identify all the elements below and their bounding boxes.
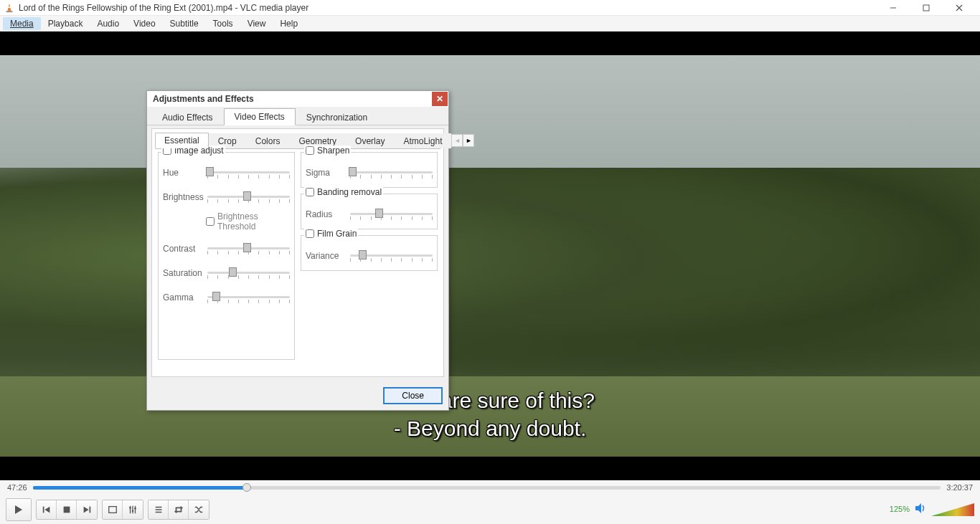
speaker-icon[interactable]: [914, 502, 927, 518]
sharpen-checkbox[interactable]: Sharpen: [304, 146, 351, 156]
loop-button[interactable]: [169, 500, 189, 519]
slider-brightness-slider[interactable]: [207, 190, 290, 204]
slider-contrast-row: Contrast: [163, 242, 290, 256]
dialog-titlebar[interactable]: Adjustments and Effects ✕: [147, 91, 448, 107]
volume-area: 125%: [890, 502, 974, 518]
slider-brightness-label: Brightness: [163, 192, 203, 202]
time-total[interactable]: 3:20:37: [946, 483, 973, 492]
svg-point-17: [129, 507, 131, 509]
svg-marker-23: [915, 503, 921, 513]
svg-marker-24: [931, 503, 974, 516]
svg-rect-4: [923, 5, 929, 11]
time-elapsed[interactable]: 47:26: [7, 483, 27, 492]
svg-marker-9: [44, 506, 50, 513]
menu-video[interactable]: Video: [126, 17, 162, 30]
menu-subtitle[interactable]: Subtitle: [163, 17, 206, 30]
video-area[interactable]: - You are sure of this? - Beyond any dou…: [0, 32, 980, 480]
subtab-colors[interactable]: Colors: [246, 133, 290, 148]
menu-playback[interactable]: Playback: [41, 17, 90, 30]
slider-hue-slider[interactable]: [207, 166, 290, 180]
slider-gamma-slider[interactable]: [207, 290, 290, 305]
play-button[interactable]: [6, 499, 31, 520]
sharpen-group: Sharpen Sigma: [301, 152, 438, 188]
menu-view[interactable]: View: [240, 17, 273, 30]
seek-row: 47:26 3:20:37: [0, 480, 980, 495]
slider-saturation-label: Saturation: [163, 268, 203, 278]
shuffle-button[interactable]: [189, 500, 209, 519]
brightness-threshold-checkbox[interactable]: Brightness Threshold: [206, 211, 290, 232]
subtab-atmolight[interactable]: AtmoLight: [394, 133, 451, 148]
titlebar: Lord of the Rings Fellowship of the Ring…: [0, 0, 980, 16]
window-controls: [877, 0, 976, 16]
svg-marker-11: [84, 506, 89, 513]
menu-help[interactable]: Help: [273, 17, 305, 30]
playback-controls: 125%: [0, 495, 980, 524]
playlist-button[interactable]: [149, 500, 169, 519]
image-adjust-group: Image adjust Hue Brightness Brightness T…: [158, 152, 295, 360]
slider-variance-slider[interactable]: [350, 249, 433, 263]
svg-rect-10: [63, 506, 70, 513]
slider-saturation-slider[interactable]: [207, 266, 290, 280]
slider-radius-row: Radius: [306, 207, 433, 221]
window-title: Lord of the Rings Fellowship of the Ring…: [19, 3, 877, 13]
menu-tools[interactable]: Tools: [206, 17, 240, 30]
vlc-icon: [4, 3, 14, 13]
adjustments-effects-dialog: Adjustments and Effects ✕ Audio Effects …: [146, 90, 449, 411]
slider-gamma-row: Gamma: [163, 290, 290, 305]
slider-sigma-label: Sigma: [306, 168, 346, 178]
tab-video-effects[interactable]: Video Effects: [224, 108, 296, 125]
banding-removal-checkbox[interactable]: Banding removal: [304, 187, 383, 197]
subtab-scroll-left[interactable]: ◄: [451, 134, 463, 147]
extended-settings-button[interactable]: [123, 500, 143, 519]
menu-media[interactable]: Media: [3, 17, 41, 30]
minimize-button[interactable]: [877, 0, 910, 16]
film-grain-group: Film Grain Variance: [301, 235, 438, 271]
slider-variance-row: Variance: [306, 249, 433, 263]
subtab-overlay[interactable]: Overlay: [346, 133, 394, 148]
subtab-essential[interactable]: Essential: [155, 133, 209, 148]
svg-point-19: [134, 507, 136, 509]
dialog-tabbar: Audio Effects Video Effects Synchronizat…: [147, 107, 448, 125]
close-button[interactable]: Close: [383, 387, 443, 404]
slider-sigma-slider[interactable]: [350, 166, 433, 180]
slider-radius-slider[interactable]: [350, 207, 433, 221]
slider-gamma-label: Gamma: [163, 292, 203, 303]
svg-rect-12: [90, 506, 91, 513]
slider-hue-label: Hue: [163, 168, 203, 178]
tab-audio-effects[interactable]: Audio Effects: [151, 109, 224, 125]
slider-brightness-row: Brightness: [163, 190, 290, 204]
prev-button[interactable]: [37, 500, 57, 519]
tab-synchronization[interactable]: Synchronization: [296, 109, 378, 125]
slider-sigma-row: Sigma: [306, 166, 433, 180]
slider-hue-row: Hue: [163, 166, 290, 180]
stop-button[interactable]: [57, 500, 77, 519]
subtab-scroll-right[interactable]: ►: [463, 134, 474, 147]
essential-panel: Image adjust Hue Brightness Brightness T…: [155, 148, 440, 368]
next-button[interactable]: [77, 500, 97, 519]
film-grain-checkbox[interactable]: Film Grain: [304, 229, 358, 239]
volume-percent: 125%: [890, 505, 910, 513]
slider-variance-label: Variance: [306, 251, 346, 261]
dialog-close-button[interactable]: ✕: [432, 92, 448, 106]
svg-marker-7: [15, 505, 22, 514]
slider-saturation-row: Saturation: [163, 266, 290, 280]
menubar: Media Playback Audio Video Subtitle Tool…: [0, 16, 980, 32]
svg-rect-13: [108, 506, 116, 513]
svg-point-18: [132, 510, 134, 512]
svg-rect-2: [6, 11, 13, 12]
video-effects-panel: Essential Crop Colors Geometry Overlay A…: [151, 128, 444, 377]
maximize-button[interactable]: [910, 0, 943, 16]
subtab-bar: Essential Crop Colors Geometry Overlay A…: [155, 132, 440, 149]
slider-contrast-label: Contrast: [163, 244, 203, 254]
banding-removal-group: Banding removal Radius: [301, 194, 438, 229]
slider-contrast-slider[interactable]: [207, 242, 290, 256]
fullscreen-button[interactable]: [103, 500, 123, 519]
volume-slider[interactable]: [931, 502, 974, 518]
close-window-button[interactable]: [943, 0, 976, 16]
slider-radius-label: Radius: [306, 209, 346, 219]
seekbar[interactable]: [33, 484, 941, 491]
svg-rect-8: [42, 506, 44, 513]
svg-rect-1: [7, 6, 11, 8]
dialog-title-text: Adjustments and Effects: [153, 94, 254, 104]
menu-audio[interactable]: Audio: [90, 17, 126, 30]
